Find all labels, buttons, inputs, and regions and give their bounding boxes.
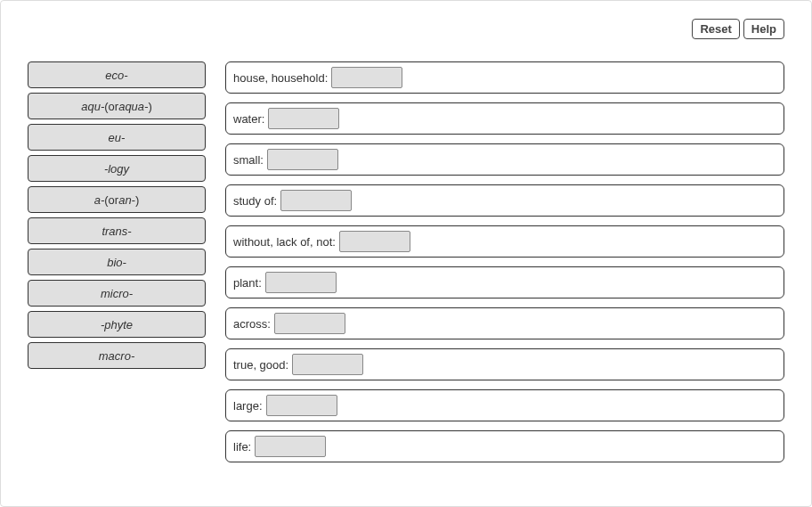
drop-slot[interactable] (331, 67, 402, 88)
drop-row: without, lack of, not: (225, 225, 784, 258)
draggable-column: eco-aqu- (or aqua-)eu--logya- (or an-)tr… (28, 61, 206, 462)
drop-label: plant: (233, 276, 262, 290)
drop-label: house, household: (233, 71, 328, 85)
drop-slot[interactable] (339, 231, 410, 252)
drop-slot[interactable] (280, 190, 352, 211)
reset-button[interactable]: Reset (692, 19, 739, 39)
drop-row: study of: (225, 184, 784, 217)
drop-slot[interactable] (266, 395, 337, 416)
drop-label: across: (233, 317, 271, 331)
draggable-item[interactable]: -phyte (28, 311, 206, 338)
drop-slot[interactable] (265, 272, 337, 293)
drop-slot[interactable] (267, 149, 338, 170)
drop-row: large: (225, 389, 784, 421)
draggable-item[interactable]: eu- (28, 124, 206, 151)
drop-slot[interactable] (292, 354, 363, 375)
drop-label: water: (233, 112, 264, 126)
draggable-item[interactable]: bio- (28, 249, 206, 275)
drop-label: study of: (233, 194, 277, 208)
draggable-item[interactable]: macro- (28, 342, 206, 369)
drop-slot[interactable] (255, 436, 326, 457)
drop-label: life: (233, 440, 251, 454)
drop-label: small: (233, 153, 264, 167)
drop-slot[interactable] (268, 108, 339, 129)
drop-row: true, good: (225, 348, 784, 380)
drop-row: small: (225, 143, 784, 176)
drop-label: without, lack of, not: (233, 235, 336, 249)
drop-row: across: (225, 307, 784, 339)
toolbar: Reset Help (692, 19, 784, 39)
draggable-item[interactable]: a- (or an-) (28, 186, 206, 213)
draggable-item[interactable]: micro- (28, 280, 206, 307)
draggable-item[interactable]: eco- (28, 61, 206, 88)
draggable-item[interactable]: -logy (28, 155, 206, 182)
drop-row: plant: (225, 266, 784, 298)
content-area: eco-aqu- (or aqua-)eu--logya- (or an-)tr… (28, 61, 784, 462)
drop-row: water: (225, 102, 784, 135)
draggable-item[interactable]: aqu- (or aqua-) (28, 93, 206, 119)
target-column: house, household:water:small:study of:wi… (225, 61, 784, 462)
drop-slot[interactable] (274, 313, 345, 334)
drop-label: true, good: (233, 358, 288, 372)
draggable-item[interactable]: trans- (28, 217, 206, 244)
exercise-panel: Reset Help eco-aqu- (or aqua-)eu--logya-… (0, 0, 812, 507)
drop-label: large: (233, 399, 263, 413)
drop-row: house, household: (225, 61, 784, 94)
drop-row: life: (225, 430, 784, 462)
help-button[interactable]: Help (743, 19, 784, 39)
